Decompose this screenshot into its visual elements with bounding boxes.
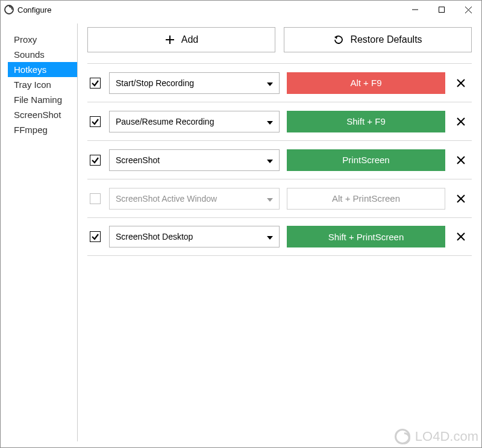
chevron-down-icon xyxy=(267,232,273,241)
sidebar-item-label: Sounds xyxy=(14,49,45,60)
sidebar-item-file-naming[interactable]: File Naming xyxy=(8,92,77,107)
hotkey-row: Start/Stop RecordingAlt + F9 xyxy=(87,63,472,102)
content: Add Restore Defaults Start/Stop Recordin… xyxy=(78,19,481,447)
hotkey-row: ScreenShot DesktopShift + PrintScreen xyxy=(87,217,472,256)
hotkey-row: ScreenShot Active WindowAlt + PrintScree… xyxy=(87,179,472,217)
hotkey-checkbox-wrap xyxy=(89,78,102,89)
svg-marker-14 xyxy=(267,160,273,163)
hotkey-rows: Start/Stop RecordingAlt + F9Pause/Resume… xyxy=(87,63,472,256)
close-icon xyxy=(456,155,466,165)
hotkey-checkbox-wrap xyxy=(89,155,102,166)
hotkey-key-button[interactable]: PrintScreen xyxy=(287,149,445,171)
sidebar-item-label: Hotkeys xyxy=(14,64,46,75)
hotkey-action-dropdown[interactable]: ScreenShot xyxy=(109,149,280,171)
configure-window: Configure Proxy Sounds Hotkeys Tray Icon… xyxy=(0,0,482,448)
restore-defaults-button[interactable]: Restore Defaults xyxy=(284,27,472,52)
chevron-down-icon xyxy=(267,117,273,126)
hotkey-key-button[interactable]: Alt + PrintScreen xyxy=(287,188,445,210)
sidebar-item-tray-icon[interactable]: Tray Icon xyxy=(8,77,77,92)
window-controls xyxy=(402,1,481,18)
hotkey-checkbox-wrap xyxy=(89,116,102,127)
sidebar-item-proxy[interactable]: Proxy xyxy=(8,32,77,47)
sidebar-item-label: Proxy xyxy=(14,34,37,45)
chevron-down-icon xyxy=(267,155,273,165)
add-button[interactable]: Add xyxy=(87,27,275,52)
svg-rect-2 xyxy=(439,7,445,13)
svg-marker-17 xyxy=(267,198,273,202)
hotkey-action-label: ScreenShot Active Window xyxy=(116,194,217,204)
window-body: Proxy Sounds Hotkeys Tray Icon File Nami… xyxy=(1,19,481,447)
hotkey-delete-button[interactable] xyxy=(452,194,469,204)
maximize-button[interactable] xyxy=(428,1,455,18)
hotkey-row: ScreenShotPrintScreen xyxy=(87,140,472,179)
hotkey-key-label: Shift + PrintScreen xyxy=(328,232,404,242)
svg-marker-8 xyxy=(267,82,273,86)
hotkey-delete-button[interactable] xyxy=(452,232,469,241)
sidebar-item-label: FFmpeg xyxy=(14,125,48,135)
hotkey-action-label: ScreenShot xyxy=(116,155,160,165)
sidebar-item-sounds[interactable]: Sounds xyxy=(8,47,77,62)
hotkey-checkbox[interactable] xyxy=(90,155,101,166)
hotkey-key-label: Alt + PrintScreen xyxy=(332,193,400,204)
close-icon xyxy=(456,194,466,204)
close-icon xyxy=(456,78,466,88)
hotkey-key-button[interactable]: Shift + PrintScreen xyxy=(287,226,445,247)
restore-icon xyxy=(333,34,344,45)
window-title: Configure xyxy=(17,5,51,14)
close-button[interactable] xyxy=(455,1,481,18)
chevron-down-icon xyxy=(267,194,273,204)
hotkey-action-dropdown[interactable]: ScreenShot Active Window xyxy=(109,188,280,210)
minimize-button[interactable] xyxy=(402,1,428,18)
close-icon xyxy=(456,117,466,126)
sidebar: Proxy Sounds Hotkeys Tray Icon File Nami… xyxy=(1,23,78,441)
hotkey-checkbox[interactable] xyxy=(90,193,101,204)
svg-marker-7 xyxy=(334,36,337,39)
hotkey-action-label: ScreenShot Desktop xyxy=(116,232,193,241)
hotkey-checkbox-wrap xyxy=(89,231,102,242)
hotkey-delete-button[interactable] xyxy=(452,117,469,126)
top-actions: Add Restore Defaults xyxy=(87,27,472,52)
svg-marker-20 xyxy=(267,236,273,240)
hotkey-delete-button[interactable] xyxy=(452,78,469,88)
chevron-down-icon xyxy=(267,78,273,88)
svg-marker-11 xyxy=(267,121,273,125)
hotkey-action-dropdown[interactable]: Start/Stop Recording xyxy=(109,72,280,94)
hotkey-checkbox[interactable] xyxy=(90,231,101,242)
hotkey-checkbox[interactable] xyxy=(90,116,101,127)
close-icon xyxy=(456,232,466,241)
hotkey-key-button[interactable]: Shift + F9 xyxy=(287,111,445,132)
hotkey-action-dropdown[interactable]: Pause/Resume Recording xyxy=(109,111,280,132)
hotkey-key-button[interactable]: Alt + F9 xyxy=(287,72,445,94)
sidebar-item-label: Tray Icon xyxy=(14,79,51,90)
hotkey-row: Pause/Resume RecordingShift + F9 xyxy=(87,102,472,140)
hotkey-action-label: Start/Stop Recording xyxy=(116,78,194,88)
titlebar: Configure xyxy=(1,1,481,19)
hotkey-delete-button[interactable] xyxy=(452,155,469,165)
restore-defaults-label: Restore Defaults xyxy=(350,34,422,45)
hotkey-key-label: PrintScreen xyxy=(342,155,389,165)
app-icon xyxy=(4,5,14,14)
hotkey-key-label: Shift + F9 xyxy=(346,116,386,126)
sidebar-item-ffmpeg[interactable]: FFmpeg xyxy=(8,122,77,137)
add-button-label: Add xyxy=(181,34,198,45)
hotkey-action-dropdown[interactable]: ScreenShot Desktop xyxy=(109,226,280,247)
sidebar-item-hotkeys[interactable]: Hotkeys xyxy=(8,62,77,77)
titlebar-left: Configure xyxy=(4,5,51,14)
plus-icon xyxy=(164,34,175,45)
hotkey-checkbox-wrap xyxy=(89,193,102,204)
sidebar-item-label: ScreenShot xyxy=(14,110,61,120)
hotkey-key-label: Alt + F9 xyxy=(350,78,381,88)
sidebar-item-label: File Naming xyxy=(14,95,62,105)
hotkey-checkbox[interactable] xyxy=(90,78,101,89)
sidebar-item-screenshot[interactable]: ScreenShot xyxy=(8,107,77,122)
hotkey-action-label: Pause/Resume Recording xyxy=(116,117,214,126)
